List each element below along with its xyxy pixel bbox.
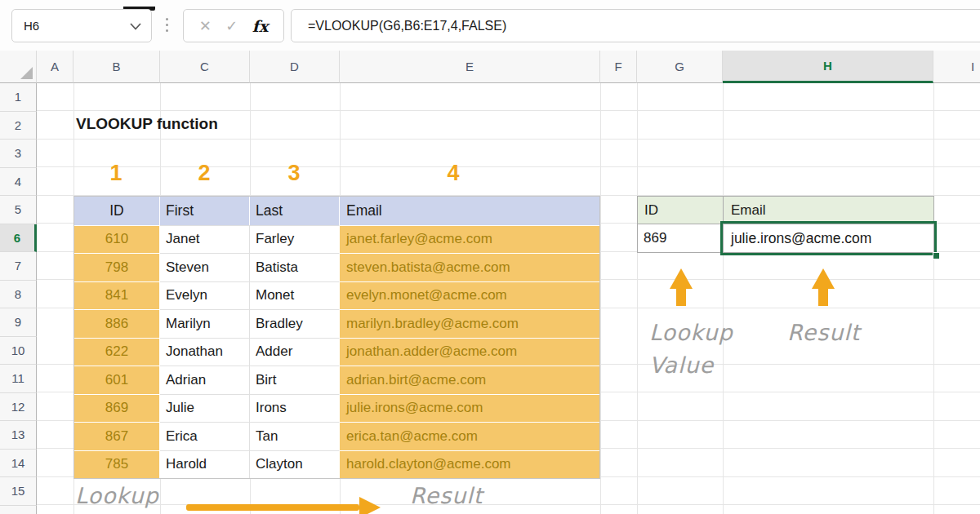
cell-email[interactable]: harold.clayton@acme.com <box>340 450 599 479</box>
formula-text: =VLOOKUP(G6,B6:E17,4,FALSE) <box>308 19 506 33</box>
table-header-row: ID First Last Email <box>74 197 599 225</box>
chevron-down-icon[interactable] <box>130 19 141 33</box>
cell-last[interactable]: Tan <box>250 422 340 450</box>
row-header-band: 1 2 3 4 5 6 7 8 9 10 11 12 13 14 15 <box>0 83 37 514</box>
row-header-2[interactable]: 2 <box>0 112 37 140</box>
cell-email[interactable]: erica.tan@acme.com <box>340 422 599 450</box>
cell-last[interactable]: Farley <box>250 225 340 254</box>
row-header-7[interactable]: 7 <box>0 252 37 281</box>
result-cell-H6-selected[interactable]: julie.irons@acme.com <box>723 224 934 253</box>
cell-email[interactable]: steven.batista@acme.com <box>340 253 599 281</box>
table-row: 785 Harold Clayton harold.clayton@acme.c… <box>74 450 599 479</box>
column-header-D[interactable]: D <box>250 51 340 83</box>
cell-last[interactable]: Bradley <box>250 309 340 338</box>
formula-buttons: ✕ ✓ fx <box>183 9 284 42</box>
column-header-I[interactable]: I <box>933 51 980 83</box>
header-cell-email[interactable]: Email <box>340 197 599 225</box>
cancel-icon[interactable]: ✕ <box>199 19 212 33</box>
row-header-8[interactable]: 8 <box>0 281 37 309</box>
cell-first[interactable]: Harold <box>160 450 250 479</box>
cell-last[interactable]: Adder <box>250 338 340 366</box>
column-header-G[interactable]: G <box>637 51 723 83</box>
cell-last[interactable]: Clayton <box>250 450 340 479</box>
column-header-F[interactable]: F <box>600 51 637 83</box>
row-header-3[interactable]: 3 <box>0 140 37 168</box>
select-all-button[interactable] <box>0 51 37 83</box>
lookup-value-annotation-line2: Value <box>649 352 714 378</box>
insert-function-icon[interactable]: fx <box>252 17 269 35</box>
column-header-H-selected[interactable]: H <box>723 51 933 83</box>
active-cell-reference: H6 <box>24 19 39 33</box>
drag-handle-icon[interactable] <box>166 18 168 32</box>
column-header-A[interactable]: A <box>37 51 74 83</box>
row-header-6-selected[interactable]: 6 <box>0 224 37 253</box>
table-row: 610 Janet Farley janet.farley@acme.com <box>74 225 599 254</box>
column-header-E[interactable]: E <box>340 51 600 83</box>
cell-email[interactable]: adrian.birt@acme.com <box>340 366 599 394</box>
lookup-result-table: ID Email 869 julie.irons@acme.com <box>637 196 936 255</box>
lookup-header-id[interactable]: ID <box>637 196 724 224</box>
row-header-1[interactable]: 1 <box>0 83 37 112</box>
cell-id[interactable]: 798 <box>74 253 160 281</box>
cell-id[interactable]: 785 <box>74 450 160 479</box>
cell-email[interactable]: janet.farley@acme.com <box>340 225 599 254</box>
enter-icon[interactable]: ✓ <box>225 19 238 33</box>
cell-last[interactable]: Birt <box>250 366 340 394</box>
cell-last[interactable]: Irons <box>250 394 340 423</box>
select-all-triangle-icon <box>20 67 33 79</box>
source-data-table: ID First Last Email 610 Janet Farley jan… <box>74 196 600 479</box>
cell-email[interactable]: julie.irons@acme.com <box>340 394 599 423</box>
bottom-result-annotation: Result <box>410 483 483 508</box>
result-arrow-icon <box>812 268 835 306</box>
cell-last[interactable]: Monet <box>250 281 340 310</box>
cell-id[interactable]: 841 <box>74 281 160 310</box>
cell-first[interactable]: Steven <box>160 253 250 281</box>
cell-first[interactable]: Marilyn <box>160 309 250 338</box>
cell-first[interactable]: Julie <box>160 394 250 423</box>
column-header-C[interactable]: C <box>160 51 250 83</box>
fill-handle[interactable] <box>933 252 940 259</box>
row-header-16-partial[interactable] <box>0 506 37 514</box>
header-cell-last[interactable]: Last <box>250 197 340 225</box>
row-header-9[interactable]: 9 <box>0 308 37 337</box>
cell-last[interactable]: Batista <box>250 253 340 281</box>
cell-id[interactable]: 869 <box>74 394 160 423</box>
row-header-10[interactable]: 10 <box>0 337 37 366</box>
table-row: 886 Marilyn Bradley marilyn.bradley@acme… <box>74 309 599 338</box>
header-cell-first[interactable]: First <box>160 197 250 225</box>
row-header-4[interactable]: 4 <box>0 168 37 197</box>
cell-first[interactable]: Adrian <box>160 366 250 394</box>
row-header-5[interactable]: 5 <box>0 196 37 224</box>
row-header-11[interactable]: 11 <box>0 365 37 393</box>
cell-first[interactable]: Evelyn <box>160 281 250 310</box>
cell-first[interactable]: Jonathan <box>160 338 250 366</box>
cell-email[interactable]: jonathan.adder@acme.com <box>340 338 599 366</box>
cell-id[interactable]: 610 <box>74 225 160 254</box>
lookup-to-result-arrow-shaft <box>186 504 359 511</box>
page-title[interactable]: VLOOKUP function <box>76 115 218 133</box>
row-header-14[interactable]: 14 <box>0 450 37 478</box>
column-number-annotation-1: 1 <box>109 161 122 186</box>
formula-bar-input[interactable]: =VLOOKUP(G6,B6:E17,4,FALSE) <box>291 9 980 42</box>
table-row: 841 Evelyn Monet evelyn.monet@acme.com <box>74 281 599 310</box>
cell-email[interactable]: evelyn.monet@acme.com <box>340 281 599 310</box>
cell-id[interactable]: 601 <box>74 366 160 394</box>
lookup-value-cell-G6[interactable]: 869 <box>637 224 724 253</box>
column-header-B[interactable]: B <box>74 51 160 83</box>
lookup-to-result-arrow-head-icon <box>359 497 381 514</box>
cell-email[interactable]: marilyn.bradley@acme.com <box>340 309 599 338</box>
table-row: 869 Julie Irons julie.irons@acme.com <box>74 394 599 423</box>
row-header-15[interactable]: 15 <box>0 477 37 506</box>
cell-first[interactable]: Erica <box>160 422 250 450</box>
column-number-annotation-2: 2 <box>198 161 210 186</box>
cell-id[interactable]: 622 <box>74 338 160 366</box>
row-header-12[interactable]: 12 <box>0 393 37 422</box>
cell-id[interactable]: 886 <box>74 309 160 338</box>
cell-first[interactable]: Janet <box>160 225 250 254</box>
name-box[interactable]: H6 <box>11 9 152 42</box>
lookup-value-arrow-icon <box>670 268 693 306</box>
header-cell-id[interactable]: ID <box>74 197 160 225</box>
lookup-header-email[interactable]: Email <box>723 196 934 224</box>
row-header-13[interactable]: 13 <box>0 421 37 450</box>
cell-id[interactable]: 867 <box>74 422 160 450</box>
